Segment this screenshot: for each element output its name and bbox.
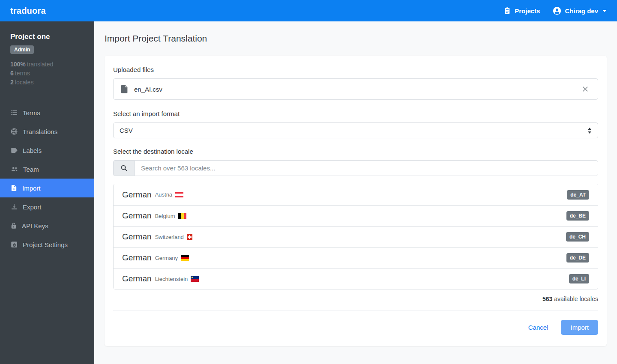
flag-switzerland-icon: [187, 234, 192, 240]
sidebar-item-label: Translations: [23, 128, 57, 135]
available-locales-line: 563 available locales: [113, 295, 598, 302]
sidebar-item-terms[interactable]: Terms: [0, 103, 94, 122]
locale-row-de-be[interactable]: German Belgium de_BE: [114, 205, 598, 226]
project-stats: 100%translated 6terms 2locales: [10, 60, 84, 87]
flag-germany-icon: [181, 255, 189, 261]
file-icon: [121, 85, 128, 93]
locale-region: Germany: [155, 255, 178, 261]
locale-code-badge: de_CH: [566, 232, 589, 242]
select-arrows-icon: [587, 128, 592, 134]
locale-language: German: [122, 274, 152, 283]
sidebar-item-label: Export: [23, 203, 41, 211]
sidebar-item-team[interactable]: Team: [0, 160, 94, 179]
locale-row-de-de[interactable]: German Germany de_DE: [114, 247, 598, 268]
locale-code-badge: de_DE: [566, 253, 589, 263]
locale-region: Belgium: [155, 213, 175, 219]
file-name: en_AI.csv: [134, 86, 162, 93]
brand-logo[interactable]: traduora: [10, 6, 46, 16]
stat-locales: 2locales: [10, 78, 84, 87]
nav-projects[interactable]: Projects: [503, 7, 540, 15]
stat-translated: 100%translated: [10, 60, 84, 69]
sidebar-item-label: Project Settings: [23, 241, 68, 248]
format-select[interactable]: CSV: [113, 122, 598, 138]
format-label: Select an import format: [113, 110, 598, 117]
user-name: Chirag dev: [565, 7, 598, 15]
top-navbar: traduora Projects Chirag dev: [0, 0, 617, 21]
nav-projects-label: Projects: [515, 7, 540, 15]
sidebar-item-label: API Keys: [22, 222, 48, 230]
lock-icon: [10, 222, 17, 230]
import-button[interactable]: Import: [561, 320, 598, 335]
locale-region: Liechtenstein: [155, 276, 188, 282]
locale-code-badge: de_AT: [567, 190, 589, 200]
stat-terms: 6terms: [10, 69, 84, 78]
role-badge: Admin: [10, 45, 34, 54]
sidebar-item-label: Import: [22, 185, 41, 192]
globe-icon: [10, 128, 18, 135]
user-icon: [553, 6, 561, 15]
locale-region: Austria: [155, 191, 172, 198]
sidebar-item-label: Terms: [23, 109, 40, 116]
close-icon: [581, 85, 589, 93]
sidebar-item-import[interactable]: Import: [0, 179, 94, 197]
locale-search-group: [113, 160, 598, 176]
locale-language: German: [122, 232, 152, 242]
locale-code-badge: de_LI: [569, 274, 589, 283]
projects-icon: [503, 7, 511, 15]
gear-icon: [10, 241, 18, 248]
locale-language: German: [122, 190, 152, 200]
locale-search-input[interactable]: [135, 160, 598, 176]
locale-row-de-li[interactable]: German Liechtenstein de_LI: [114, 268, 598, 289]
card-actions: Cancel Import: [113, 320, 598, 335]
sidebar-item-api-keys[interactable]: API Keys: [0, 216, 94, 235]
label-icon: [10, 146, 18, 154]
locale-list: German Austria de_AT German Belgium de_B…: [113, 184, 598, 289]
locale-row-de-ch[interactable]: German Switzerland de_CH: [114, 226, 598, 247]
sidebar: Project one Admin 100%translated 6terms …: [0, 21, 94, 364]
cancel-button[interactable]: Cancel: [528, 324, 548, 331]
flag-belgium-icon: [178, 213, 186, 219]
file-plus-icon: [10, 184, 18, 192]
main-content: Import Project Translation Uploaded file…: [94, 21, 617, 364]
available-count: 563: [542, 295, 552, 302]
locale-language: German: [122, 211, 152, 221]
locale-region: Switzerland: [155, 234, 184, 240]
project-name: Project one: [10, 33, 84, 41]
search-icon: [120, 164, 128, 172]
people-icon: [10, 165, 18, 173]
uploaded-file-row: en_AI.csv: [113, 78, 598, 100]
locale-language: German: [122, 253, 152, 263]
sidebar-item-label: Labels: [23, 147, 42, 154]
flag-austria-icon: [175, 192, 183, 197]
remove-file-button[interactable]: [581, 84, 590, 94]
footer-divider: [113, 310, 598, 310]
flag-liechtenstein-icon: [191, 276, 199, 282]
sidebar-item-export[interactable]: Export: [0, 197, 94, 216]
search-icon-box: [113, 160, 135, 176]
page-title: Import Project Translation: [105, 33, 607, 44]
available-label: available locales: [554, 295, 598, 302]
sidebar-menu: Terms Translations Labels Team: [0, 103, 94, 254]
uploaded-files-label: Uploaded files: [113, 66, 598, 73]
sidebar-item-labels[interactable]: Labels: [0, 141, 94, 160]
destination-label: Select the destination locale: [113, 148, 598, 155]
format-selected-value: CSV: [120, 127, 133, 134]
user-menu[interactable]: Chirag dev: [553, 6, 607, 15]
chevron-down-icon: [602, 10, 607, 12]
locale-code-badge: de_BE: [566, 211, 589, 221]
list-icon: [10, 109, 18, 116]
sidebar-item-translations[interactable]: Translations: [0, 122, 94, 141]
download-icon: [10, 203, 18, 211]
import-card: Uploaded files en_AI.csv Select an impor…: [105, 56, 607, 346]
sidebar-item-project-settings[interactable]: Project Settings: [0, 235, 94, 254]
sidebar-item-label: Team: [23, 166, 39, 173]
locale-row-de-at[interactable]: German Austria de_AT: [114, 184, 598, 205]
